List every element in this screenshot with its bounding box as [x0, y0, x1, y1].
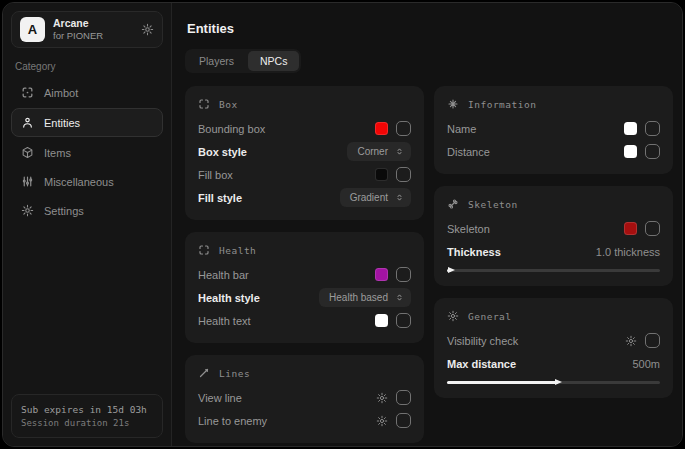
card-title: Skeleton [468, 199, 518, 210]
line-icon [198, 367, 210, 379]
sidebar-item-aimbot[interactable]: Aimbot [11, 79, 163, 106]
row-skeleton: Skeleton [447, 217, 660, 240]
slider-thumb[interactable] [448, 267, 455, 273]
color-swatch[interactable] [375, 168, 388, 181]
thickness-value: 1.0 thickness [596, 246, 660, 258]
row-fill-style: Fill style Gradient [198, 186, 411, 209]
row-name: Name [447, 117, 660, 140]
color-swatch[interactable] [624, 145, 637, 158]
health-bar-checkbox[interactable] [396, 267, 411, 282]
row-view-line: View line [198, 386, 411, 409]
tab-npcs[interactable]: NPCs [248, 51, 299, 71]
session-duration-text: Session duration 21s [21, 417, 153, 430]
sidebar-item-entities[interactable]: Entities [11, 108, 163, 137]
page-title: Entities [187, 21, 673, 36]
thickness-slider[interactable] [447, 266, 660, 275]
card-lines: Lines View line Line to enemy [185, 355, 424, 443]
card-health: Health Health bar Health style Health ba… [185, 232, 424, 343]
card-title: Box [219, 99, 238, 110]
sidebar: A Arcane for PIONER Category Aimbot Enti… [3, 3, 172, 446]
name-checkbox[interactable] [645, 121, 660, 136]
sidebar-item-label: Aimbot [44, 87, 78, 99]
slider-thumb[interactable] [555, 379, 562, 385]
gear-icon[interactable] [376, 392, 388, 404]
sidebar-item-miscellaneous[interactable]: Miscellaneous [11, 168, 163, 195]
bone-icon [447, 198, 459, 210]
main-panel: Entities Players NPCs Box Bounding box [172, 3, 683, 446]
corners-icon [198, 244, 210, 256]
skeleton-checkbox[interactable] [645, 221, 660, 236]
brand-name: Arcane [53, 17, 103, 30]
gear-icon[interactable] [625, 335, 637, 347]
color-swatch[interactable] [375, 122, 388, 135]
color-swatch[interactable] [375, 314, 388, 327]
card-title: Lines [219, 368, 250, 379]
bounding-box-checkbox[interactable] [396, 121, 411, 136]
card-information: Information Name Distance [434, 86, 673, 174]
row-line-to-enemy: Line to enemy [198, 409, 411, 432]
unfold-icon [395, 293, 404, 302]
row-fill-box: Fill box [198, 163, 411, 186]
category-label: Category [15, 61, 159, 72]
cube-icon [21, 146, 34, 159]
color-swatch[interactable] [624, 122, 637, 135]
sidebar-item-label: Entities [44, 117, 80, 129]
sidebar-item-label: Settings [44, 205, 84, 217]
row-visibility-check: Visibility check [447, 329, 660, 352]
row-health-text: Health text [198, 309, 411, 332]
brand-card: A Arcane for PIONER [11, 11, 163, 48]
person-icon [21, 116, 34, 129]
fill-style-dropdown[interactable]: Gradient [340, 188, 411, 207]
corners-icon [198, 98, 210, 110]
health-style-dropdown[interactable]: Health based [319, 288, 411, 307]
row-health-bar: Health bar [198, 263, 411, 286]
gear-icon [21, 204, 34, 217]
color-swatch[interactable] [375, 268, 388, 281]
distance-checkbox[interactable] [645, 144, 660, 159]
tab-group: Players NPCs [185, 49, 301, 73]
max-distance-slider[interactable] [447, 378, 660, 387]
row-thickness: Thickness 1.0 thickness [447, 240, 660, 263]
row-health-style: Health style Health based [198, 286, 411, 309]
sidebar-item-items[interactable]: Items [11, 139, 163, 166]
card-title: General [468, 311, 512, 322]
subscription-info: Sub expires in 15d 03h Session duration … [11, 394, 163, 438]
visibility-check-checkbox[interactable] [645, 333, 660, 348]
brand-subtitle: for PIONER [53, 30, 103, 42]
card-box: Box Bounding box Box style Corner [185, 86, 424, 220]
box-style-dropdown[interactable]: Corner [347, 142, 411, 161]
sidebar-item-settings[interactable]: Settings [11, 197, 163, 224]
health-text-checkbox[interactable] [396, 313, 411, 328]
card-general: General Visibility check Max distance [434, 298, 673, 398]
window: A Arcane for PIONER Category Aimbot Enti… [2, 2, 683, 447]
brand-logo: A [20, 17, 45, 42]
card-title: Information [468, 99, 536, 110]
tab-players[interactable]: Players [187, 51, 246, 71]
gear-icon [447, 310, 459, 322]
sidebar-item-label: Miscellaneous [44, 176, 114, 188]
row-max-distance: Max distance 500m [447, 352, 660, 375]
view-line-checkbox[interactable] [396, 390, 411, 405]
line-to-enemy-checkbox[interactable] [396, 413, 411, 428]
row-distance: Distance [447, 140, 660, 163]
card-title: Health [219, 245, 256, 256]
unfold-icon [395, 147, 404, 156]
color-swatch[interactable] [624, 222, 637, 235]
row-box-style: Box style Corner [198, 140, 411, 163]
sidebar-item-label: Items [44, 147, 71, 159]
fill-box-checkbox[interactable] [396, 167, 411, 182]
sliders-icon [21, 175, 34, 188]
gear-icon[interactable] [141, 23, 154, 36]
gear-icon[interactable] [376, 415, 388, 427]
max-distance-value: 500m [632, 358, 660, 370]
sub-expires-text: Sub expires in 15d 03h [21, 402, 153, 417]
unfold-icon [395, 193, 404, 202]
crosshair-icon [21, 86, 34, 99]
card-skeleton: Skeleton Skeleton Thickness 1.0 thicknes… [434, 186, 673, 286]
sparkle-icon [447, 98, 459, 110]
row-bounding-box: Bounding box [198, 117, 411, 140]
